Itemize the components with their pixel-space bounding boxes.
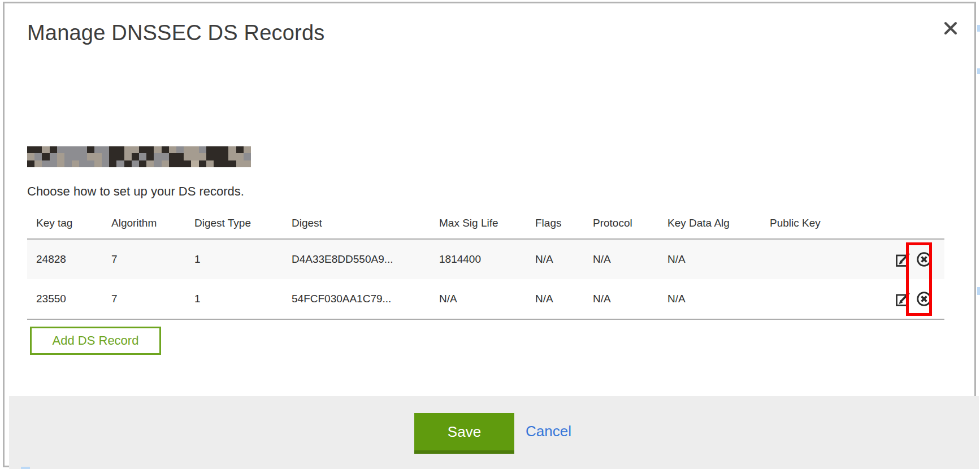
page-edge-artifact: [21, 467, 30, 469]
redacted-pixel: [191, 153, 198, 160]
redacted-pixel: [176, 153, 184, 160]
redacted-pixel: [72, 160, 79, 167]
cell-max-sig-life: 1814400: [430, 239, 526, 279]
redacted-pixel: [87, 160, 94, 167]
redacted-pixel: [57, 153, 64, 160]
cell-digest: D4A33E8DD550A9...: [283, 239, 430, 279]
redacted-pixel: [214, 160, 221, 167]
cell-public-key: [761, 239, 886, 279]
setup-instructions-text: Choose how to set up your DS records.: [27, 184, 244, 199]
cell-key-tag: 23550: [27, 279, 102, 319]
redacted-pixel: [102, 160, 109, 167]
redacted-pixel: [109, 146, 116, 153]
redacted-pixel: [34, 146, 42, 153]
delete-record-button[interactable]: [916, 290, 933, 307]
redacted-pixel: [139, 153, 146, 160]
delete-record-button[interactable]: [916, 251, 933, 268]
redacted-pixel: [27, 153, 34, 160]
col-header-algorithm: Algorithm: [102, 208, 185, 239]
redacted-pixel: [154, 153, 161, 160]
redacted-pixel: [228, 153, 236, 160]
redacted-pixel: [236, 153, 244, 160]
cell-algorithm: 7: [102, 239, 185, 279]
redacted-pixel: [72, 153, 79, 160]
redacted-pixel: [146, 146, 154, 153]
cell-actions: [886, 279, 944, 319]
redacted-domain-name: [27, 146, 251, 167]
redacted-pixel: [236, 160, 244, 167]
close-button[interactable]: [940, 18, 961, 40]
redacted-pixel: [191, 146, 198, 153]
redacted-pixel: [50, 146, 57, 153]
page-edge-artifact: [977, 68, 980, 74]
redacted-pixel: [132, 146, 139, 153]
redacted-pixel: [206, 160, 214, 167]
col-header-max-sig-life: Max Sig Life: [430, 208, 526, 239]
cell-key-data-alg: N/A: [658, 279, 761, 319]
redacted-pixel: [214, 146, 221, 153]
redacted-pixel: [94, 146, 102, 153]
redacted-pixel: [154, 160, 161, 167]
cell-digest: 54FCF030AA1C79...: [283, 279, 430, 319]
redacted-pixel: [87, 153, 94, 160]
redacted-pixel: [199, 146, 206, 153]
redacted-pixel: [116, 160, 124, 167]
redacted-pixel: [42, 160, 49, 167]
redacted-pixel: [146, 160, 154, 167]
edit-record-button[interactable]: [895, 290, 912, 307]
cell-flags: N/A: [526, 239, 584, 279]
redacted-pixel: [162, 160, 169, 167]
redacted-pixel: [87, 146, 94, 153]
cell-protocol: N/A: [584, 239, 658, 279]
redacted-pixel: [244, 153, 251, 160]
ds-records-table: Key tag Algorithm Digest Type Digest Max…: [27, 208, 944, 320]
redacted-pixel: [116, 146, 124, 153]
redacted-pixel: [34, 160, 42, 167]
add-ds-record-button[interactable]: Add DS Record: [30, 327, 161, 355]
redacted-pixel: [94, 153, 102, 160]
redacted-pixel: [184, 160, 191, 167]
redacted-pixel: [184, 153, 191, 160]
redacted-pixel: [169, 160, 176, 167]
redacted-pixel: [109, 153, 116, 160]
redacted-pixel: [199, 160, 206, 167]
redacted-pixel: [139, 146, 146, 153]
page-edge-artifact: [977, 25, 980, 32]
edit-record-button[interactable]: [895, 251, 912, 268]
delete-icon: [916, 251, 933, 268]
redacted-pixel: [42, 146, 49, 153]
edit-icon: [895, 251, 912, 268]
redacted-pixel: [57, 146, 64, 153]
table-row: 24828 7 1 D4A33E8DD550A9... 1814400 N/A …: [27, 239, 944, 279]
redacted-pixel: [162, 146, 169, 153]
modal-title: Manage DNSSEC DS Records: [27, 21, 324, 45]
redacted-pixel: [176, 160, 184, 167]
redacted-pixel: [206, 153, 214, 160]
cell-key-tag: 24828: [27, 239, 102, 279]
col-header-actions: [886, 208, 944, 239]
col-header-flags: Flags: [526, 208, 584, 239]
redacted-pixel: [236, 146, 244, 153]
cell-key-data-alg: N/A: [658, 239, 761, 279]
redacted-pixel: [199, 153, 206, 160]
cell-actions: [886, 239, 944, 279]
redacted-pixel: [169, 146, 176, 153]
redacted-pixel: [64, 153, 72, 160]
redacted-pixel: [191, 160, 198, 167]
redacted-pixel: [214, 153, 221, 160]
redacted-pixel: [132, 153, 139, 160]
cell-protocol: N/A: [584, 279, 658, 319]
redacted-pixel: [79, 160, 86, 167]
col-header-digest: Digest: [283, 208, 430, 239]
redacted-pixel: [139, 160, 146, 167]
redacted-pixel: [79, 146, 86, 153]
col-header-key-data-alg: Key Data Alg: [658, 208, 761, 239]
redacted-pixel: [244, 146, 251, 153]
redacted-pixel: [79, 153, 86, 160]
col-header-digest-type: Digest Type: [185, 208, 283, 239]
redacted-pixel: [176, 146, 184, 153]
cancel-link[interactable]: Cancel: [526, 423, 571, 440]
close-icon: [943, 20, 959, 36]
dnssec-modal: Manage DNSSEC DS Records Choose how to s…: [3, 2, 976, 467]
save-button[interactable]: Save: [414, 413, 514, 454]
